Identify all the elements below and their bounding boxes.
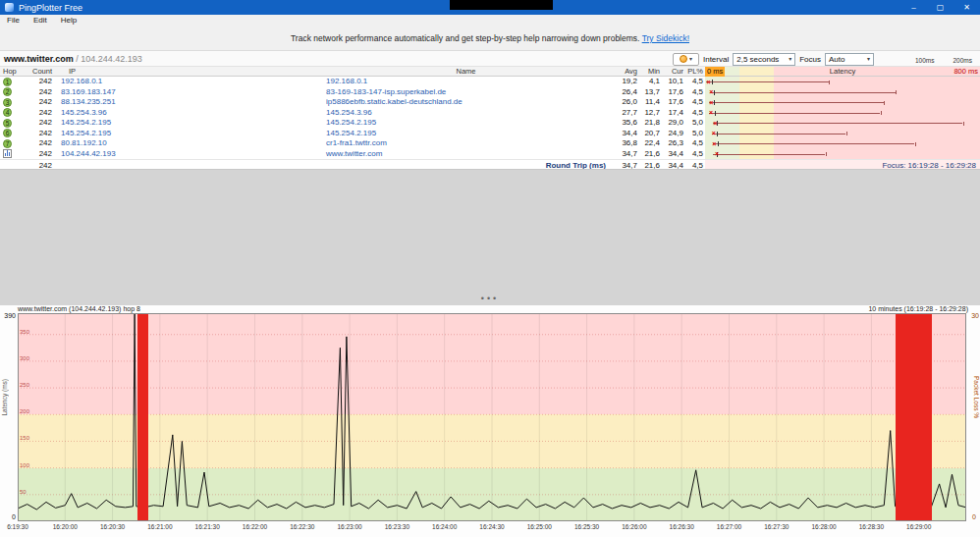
minimize-button[interactable]: – (900, 0, 927, 15)
hop-cur: 17,6 (662, 97, 685, 108)
time-axis-label: 16:23:30 (385, 523, 409, 530)
latency-gridline-label: 200 (20, 408, 30, 414)
hop-ip: 145.254.2.195 (55, 118, 322, 129)
latency-range-line (706, 81, 829, 82)
hop-ip: 80.81.192.10 (55, 138, 322, 149)
hop-row[interactable]: 242104.244.42.193www.twitter.com34,721,6… (0, 149, 980, 160)
hop-packet-loss: 4,5 (685, 87, 705, 98)
hop-name: 145.254.3.96 (322, 108, 610, 119)
target-separator: / (76, 54, 79, 64)
header-cur[interactable]: Cur (662, 67, 685, 76)
latency-mini-graph: × (705, 97, 980, 108)
time-axis-label: 16:26:30 (670, 523, 694, 530)
hop-count: 242 (26, 87, 55, 98)
menu-help[interactable]: Help (54, 15, 83, 27)
target-ip: 104.244.42.193 (81, 54, 142, 64)
latency-current-x-marker: × (709, 87, 713, 97)
hop-row[interactable]: 4242145.254.3.96145.254.3.9627,712,717,4… (0, 108, 980, 119)
hop-cur: 17,4 (662, 108, 685, 119)
hop-number-badge: 6 (3, 129, 12, 137)
hop-packet-loss: 4,5 (685, 97, 705, 108)
close-button[interactable]: ✕ (953, 0, 980, 15)
timeline-plot[interactable]: 35030025020015010050 (18, 313, 966, 521)
hop-avg: 19,2 (610, 77, 639, 87)
loss-axis-max: 30 (971, 312, 979, 319)
hop-ip: 192.168.0.1 (55, 77, 322, 87)
round-trip-cur: 34,4 (662, 160, 685, 169)
menu-bar: File Edit Help (0, 15, 980, 27)
loss-axis-min: 0 (972, 513, 976, 520)
hop-row[interactable]: 1242192.168.0.1192.168.0.119,24,110,14,5… (0, 77, 980, 87)
try-sidekick-link[interactable]: Try Sidekick! (642, 33, 689, 43)
latency-mini-graph: × (705, 77, 980, 87)
latency-current-x-marker: × (712, 129, 716, 138)
header-hop[interactable]: Hop (0, 67, 26, 76)
header-count[interactable]: Count (26, 67, 55, 76)
header-pl[interactable]: PL% (685, 67, 705, 76)
hop-count: 242 (26, 129, 55, 139)
trace-state-button[interactable]: ▾ (673, 53, 699, 66)
latency-range-line (709, 113, 880, 114)
maximize-button[interactable]: ▢ (927, 0, 953, 15)
time-axis-label: 16:25:00 (527, 523, 552, 530)
latency-mini-graph: × (705, 138, 980, 149)
menu-edit[interactable]: Edit (27, 15, 54, 27)
hop-row[interactable]: 5242145.254.2.195145.254.2.19535,621,829… (0, 118, 980, 129)
splitter-handle[interactable]: ••• (0, 295, 980, 305)
timeline-panel: www.twitter.com (104.244.42.193) hop 8 1… (0, 305, 980, 537)
latency-scale-max: 800 ms (953, 67, 978, 77)
hop-name: www.twitter.com (322, 149, 610, 160)
hop-min: 4,1 (639, 77, 662, 87)
hop-number-badge: 5 (3, 119, 12, 128)
hop-min: 22,4 (639, 138, 662, 149)
round-trip-count: 242 (26, 160, 55, 169)
latency-avg-tick (714, 90, 715, 95)
hop-packet-loss: 4,5 (685, 108, 705, 119)
hop-row[interactable]: 224283.169.183.14783-169-183-147-isp.sup… (0, 87, 980, 98)
hop-row[interactable]: 724280.81.192.10cr1-fra1.twttr.com36,822… (0, 138, 980, 149)
hop-name: 83-169-183-147-isp.superkabel.de (322, 87, 610, 98)
time-axis-label: 16:22:30 (290, 523, 314, 530)
time-axis-label: 16:20:00 (53, 523, 78, 530)
hop-packet-loss: 4,5 (685, 138, 705, 149)
trace-controls: ▾ Interval 2,5 seconds ▾ Focus Auto ▾ (673, 52, 874, 66)
hop-row[interactable]: 6242145.254.2.195145.254.2.19534,420,724… (0, 129, 980, 139)
hop-ip: 88.134.235.251 (55, 97, 322, 108)
chevron-down-icon: ▾ (789, 53, 791, 66)
time-axis-label: 16:27:00 (717, 523, 741, 530)
time-axis-label: 16:27:30 (764, 523, 789, 530)
empty-panel-area (0, 171, 980, 295)
latency-avg-tick (717, 132, 718, 136)
header-name[interactable]: Name (322, 67, 610, 76)
latency-max-tick (846, 132, 847, 135)
menu-file[interactable]: File (0, 15, 27, 27)
hop-avg: 26,4 (610, 87, 639, 98)
hop-ip: 104.244.42.193 (55, 149, 322, 160)
hop-row[interactable]: 324288.134.235.251ip5886ebfb.static.kabe… (0, 97, 980, 108)
hop-min: 13,7 (639, 87, 662, 98)
hop-count: 242 (26, 138, 55, 149)
header-min[interactable]: Min (639, 67, 662, 76)
latency-axis-max: 390 (0, 312, 16, 319)
hop-ip: 83.169.183.147 (55, 87, 322, 98)
latency-current-x-marker: × (713, 119, 717, 129)
round-trip-min: 21,6 (639, 160, 662, 169)
latency-mini-graph: × (705, 87, 980, 98)
timeline-chart[interactable]: 35030025020015010050 (18, 313, 966, 521)
round-trip-avg: 34,7 (610, 160, 639, 169)
focus-select[interactable]: Auto ▾ (825, 53, 874, 66)
hop-cur: 26,3 (662, 138, 685, 149)
hop-number-badge: 2 (3, 87, 12, 96)
header-ip[interactable]: IP (55, 67, 322, 76)
latency-avg-tick (714, 100, 715, 105)
hop-name: ip5886ebfb.static.kabel-deutschland.de (322, 97, 610, 108)
latency-current-x-marker: × (715, 149, 719, 159)
interval-select[interactable]: 2,5 seconds ▾ (733, 53, 795, 66)
hop-name: 145.254.2.195 (322, 129, 610, 139)
time-axis-label: 16:28:30 (859, 523, 884, 530)
hop-packet-loss: 5,0 (685, 129, 705, 139)
latency-gridline-label: 100 (20, 462, 30, 468)
latency-gridline-label: 150 (20, 435, 30, 441)
latency-avg-tick (715, 111, 716, 116)
header-avg[interactable]: Avg (610, 67, 639, 76)
